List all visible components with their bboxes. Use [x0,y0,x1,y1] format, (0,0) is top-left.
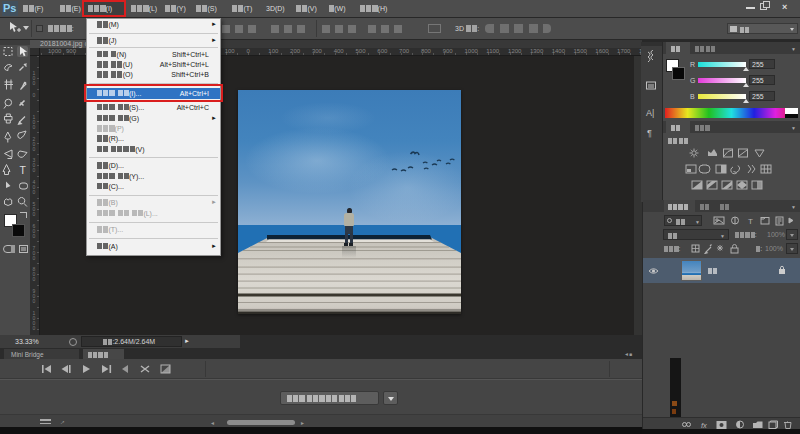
svg-text:T: T [20,164,27,176]
svg-text:A|: A| [646,108,654,118]
svg-text:fx: fx [701,421,707,429]
svg-text:T: T [748,217,753,226]
svg-text:¶: ¶ [647,128,652,138]
